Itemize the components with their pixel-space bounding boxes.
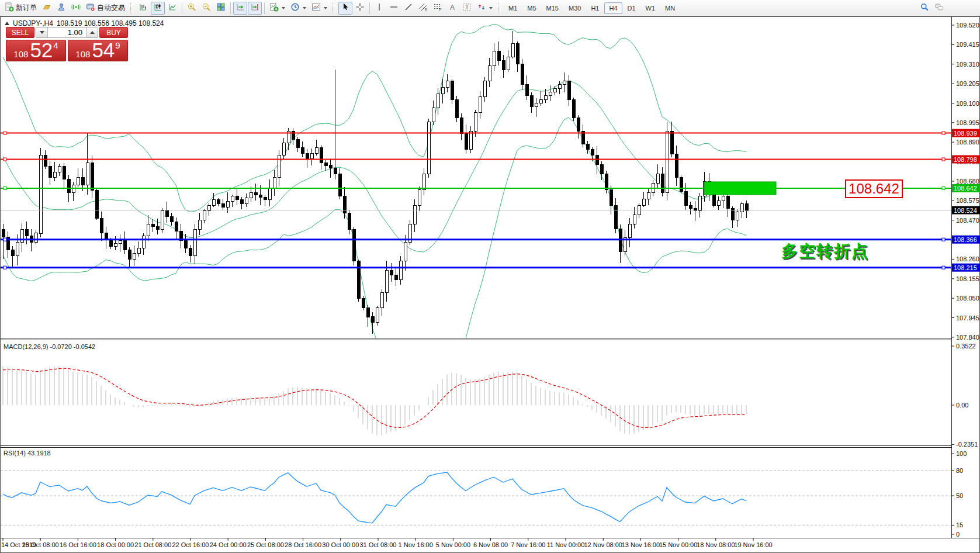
- new-order-icon: [5, 2, 14, 14]
- svg-text:13 Nov 16:00: 13 Nov 16:00: [622, 541, 660, 548]
- svg-text:28 Oct 16:00: 28 Oct 16:00: [285, 541, 321, 548]
- price-tag: 108.215: [952, 264, 980, 272]
- toolbar-grip: [130, 3, 133, 13]
- svg-text:107.945: 107.945: [956, 314, 979, 322]
- periods-button[interactable]: [288, 2, 309, 15]
- auto-scroll-button[interactable]: [233, 2, 247, 15]
- timeframe-mn[interactable]: MN: [660, 2, 680, 14]
- chat-icon: [934, 2, 944, 14]
- timeframe-m5[interactable]: M5: [522, 2, 541, 14]
- svg-text:109.100: 109.100: [956, 100, 979, 107]
- bar-chart-icon: [138, 2, 148, 14]
- svg-text:6 Nov 08:00: 6 Nov 08:00: [473, 541, 508, 548]
- svg-text:0.00: 0.00: [956, 402, 968, 409]
- timeframe-h1[interactable]: H1: [586, 2, 604, 14]
- price-tag: 108.798: [952, 155, 980, 164]
- macd-pane-label: MACD(12,26,9) -0.0720 -0.0542: [4, 343, 95, 350]
- templates-button[interactable]: [309, 2, 330, 15]
- macd-values: -0.0720 -0.0542: [50, 343, 95, 350]
- svg-text:5 Nov 00:00: 5 Nov 00:00: [436, 541, 470, 548]
- line-chart-icon: [168, 2, 177, 14]
- svg-text:24 Oct 00:00: 24 Oct 00:00: [210, 541, 247, 548]
- dropdown-caret-icon: [282, 7, 285, 9]
- highlight-rectangle[interactable]: [704, 182, 776, 195]
- advisor-person-icon: [57, 2, 66, 14]
- text-tool-button[interactable]: A: [445, 2, 459, 15]
- search-button[interactable]: [917, 2, 931, 15]
- svg-text:0: 0: [956, 531, 960, 538]
- timeframe-d1[interactable]: D1: [623, 2, 640, 14]
- svg-text:18 Oct 00:00: 18 Oct 00:00: [97, 541, 134, 548]
- turning-point-label[interactable]: 多空转折点: [781, 240, 869, 262]
- channel-tool-button[interactable]: E: [416, 2, 430, 15]
- dropdown-caret-icon: [489, 7, 493, 9]
- auto-trading-button[interactable]: 自动交易: [84, 2, 127, 15]
- arrows-tool-button[interactable]: [475, 2, 495, 15]
- svg-text:108.642: 108.642: [954, 185, 977, 192]
- sell-button[interactable]: SELL: [6, 27, 34, 38]
- fibonacci-tool-button[interactable]: F: [431, 2, 445, 15]
- expert-advisor-button[interactable]: [54, 2, 68, 15]
- vertical-line-tool-button[interactable]: [372, 2, 386, 15]
- svg-text:18 Nov 08:00: 18 Nov 08:00: [697, 541, 735, 548]
- svg-text:108.155: 108.155: [956, 275, 979, 282]
- zoom-in-button[interactable]: [185, 2, 199, 15]
- svg-text:109.415: 109.415: [956, 41, 979, 48]
- sell-price-prefix: 108: [13, 50, 28, 60]
- timeframe-bar: M1M5M15M30H1H4D1W1MN: [504, 2, 680, 14]
- signals-button[interactable]: [69, 2, 83, 15]
- volume-decrease-button[interactable]: [36, 27, 48, 37]
- indicators-button[interactable]: [267, 2, 288, 15]
- timeframe-h4[interactable]: H4: [604, 2, 622, 14]
- chart-canvas[interactable]: 109.520109.415109.310109.205109.100108.9…: [0, 0, 980, 553]
- candlestick-chart-button[interactable]: [151, 2, 165, 15]
- macd-name: MACD(12,26,9): [4, 343, 48, 350]
- text-icon: A: [448, 2, 457, 14]
- new-order-button[interactable]: 新订单: [2, 2, 39, 15]
- volume-increase-button[interactable]: [86, 27, 98, 37]
- sell-price-big: 52: [30, 42, 53, 59]
- trendline-tool-button[interactable]: [401, 2, 415, 15]
- svg-text:22 Oct 16:00: 22 Oct 16:00: [172, 541, 209, 548]
- timeframe-m1[interactable]: M1: [504, 2, 522, 14]
- svg-text:50: 50: [956, 492, 963, 499]
- collapse-panel-icon[interactable]: [5, 22, 9, 25]
- svg-text:15 Oct 08:00: 15 Oct 08:00: [22, 541, 59, 548]
- cursor-icon: [341, 2, 350, 14]
- triangle-down-icon: [40, 31, 44, 34]
- svg-text:108.939: 108.939: [954, 130, 977, 137]
- timeframe-m30[interactable]: M30: [564, 2, 586, 14]
- buy-price-box[interactable]: 108 54 9: [68, 40, 128, 61]
- svg-text:F: F: [439, 8, 442, 12]
- trendline-icon: [404, 2, 413, 14]
- svg-text:108.366: 108.366: [954, 236, 977, 243]
- fibonacci-icon: F: [433, 2, 442, 14]
- gold-ingot-icon: [42, 2, 51, 14]
- price-tag: 108.524: [952, 206, 980, 215]
- chart-shift-button[interactable]: [248, 2, 262, 15]
- timeframe-m15[interactable]: M15: [542, 2, 563, 14]
- price-callout-box[interactable]: 108.642: [845, 179, 903, 198]
- svg-text:108.680: 108.680: [956, 178, 979, 185]
- text-label-tool-button[interactable]: T: [460, 2, 474, 15]
- line-chart-button[interactable]: [165, 2, 179, 15]
- toolbar: 新订单 自动交易: [0, 0, 980, 16]
- toolbar-separator: [182, 2, 182, 14]
- crosshair-tool-button[interactable]: [353, 2, 367, 15]
- arrows-icon: [477, 2, 486, 14]
- bar-chart-button[interactable]: [136, 2, 150, 15]
- tile-windows-button[interactable]: [214, 2, 228, 15]
- buy-button[interactable]: BUY: [99, 27, 128, 38]
- volume-stepper: [36, 27, 98, 38]
- cursor-tool-button[interactable]: [338, 2, 352, 15]
- timeframe-w1[interactable]: W1: [641, 2, 660, 14]
- toolbar-separator: [369, 2, 370, 14]
- horizontal-line-tool-button[interactable]: [387, 2, 401, 15]
- chat-button[interactable]: [932, 2, 946, 15]
- equidistant-channel-icon: E: [418, 2, 428, 14]
- sell-price-box[interactable]: 108 52 4: [6, 40, 66, 61]
- toolbar-separator: [230, 2, 231, 14]
- zoom-out-button[interactable]: [199, 2, 213, 15]
- volume-input[interactable]: [48, 27, 86, 37]
- gold-button[interactable]: [40, 2, 54, 15]
